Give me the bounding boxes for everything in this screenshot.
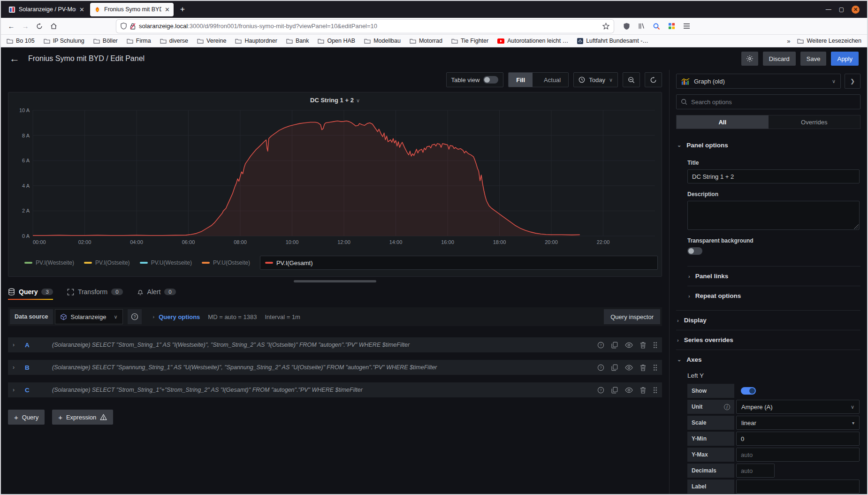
y-max-input[interactable] (736, 448, 860, 462)
bookmark-item[interactable]: Autorotationen leicht … (497, 38, 568, 44)
delete-query-trash-icon[interactable] (640, 364, 646, 371)
bookmark-item[interactable]: Modellbau (364, 38, 401, 44)
tracking-shield-icon[interactable] (121, 23, 127, 30)
query-options-toggle[interactable]: Query options (159, 313, 200, 320)
bookmark-item[interactable]: Open HAB (318, 38, 355, 44)
legend-item[interactable]: PV.I(Gesamt) (260, 256, 658, 270)
tab-query[interactable]: Query 3 (8, 288, 53, 300)
refresh-button[interactable] (645, 72, 662, 87)
section-panel-links[interactable]: › Panel links (687, 266, 860, 286)
tab-close-icon[interactable]: ✕ (165, 6, 170, 13)
close-icon[interactable]: ✕ (852, 6, 860, 14)
bookmark-item[interactable]: Firma (127, 38, 151, 44)
bookmark-item[interactable]: Tie Fighter (451, 38, 488, 44)
add-query-button[interactable]: + Query (8, 410, 45, 425)
delete-query-trash-icon[interactable] (640, 387, 646, 394)
tab-overrides[interactable]: Overrides (769, 115, 860, 129)
pane-resize-handle[interactable] (294, 280, 376, 282)
section-display[interactable]: › Display (676, 310, 860, 330)
panel-title[interactable]: DC String 1 + 2∨ (12, 94, 658, 105)
left-y-show-toggle[interactable] (741, 387, 756, 395)
bookmark-item[interactable]: Vereine (197, 38, 226, 44)
datasource-help-button[interactable]: ? (128, 309, 142, 324)
section-series-overrides[interactable]: › Series overrides (676, 330, 860, 350)
url-bar[interactable]: solaranzeige.local:3000/d/99fron001/fron… (116, 20, 614, 33)
options-search-input[interactable] (691, 99, 856, 106)
bookmarks-overflow-icon[interactable]: » (787, 38, 790, 45)
bookmark-item[interactable]: Bo 105 (7, 38, 35, 44)
query-inspector-button[interactable]: Query inspector (604, 309, 660, 324)
extension-shield-icon[interactable] (621, 21, 632, 31)
apply-button[interactable]: Apply (831, 52, 859, 66)
maximize-icon[interactable]: ▢ (839, 6, 844, 13)
discard-button[interactable]: Discard (763, 52, 796, 66)
add-expression-button[interactable]: + Expression (52, 410, 113, 425)
browser-tab-grafana[interactable]: Fronius Symo mit BYD - G ✕ (90, 3, 174, 16)
forward-button[interactable]: → (19, 20, 32, 32)
query-row-B[interactable]: ›B(Solaranzeige) SELECT "Spannung_String… (8, 360, 662, 375)
reload-icon[interactable] (33, 20, 46, 32)
panel-settings-gear-icon[interactable] (741, 52, 758, 66)
table-view-toggle[interactable]: Table view (446, 72, 504, 87)
visualization-picker[interactable]: Graph (old) ∨ (676, 74, 841, 89)
duplicate-query-icon[interactable] (611, 364, 618, 371)
save-button[interactable]: Save (800, 52, 827, 66)
new-tab-button[interactable]: + (175, 5, 190, 14)
bookmark-item[interactable]: Bank (286, 38, 309, 44)
time-range-picker[interactable]: Today ∨ (573, 72, 618, 87)
query-help-icon[interactable]: ? (597, 387, 604, 394)
zoom-out-button[interactable] (623, 72, 640, 87)
expand-query-chevron-icon[interactable]: › (13, 364, 25, 371)
query-help-icon[interactable]: ? (597, 364, 604, 371)
legend-item[interactable]: PV.I(Westseite) (24, 259, 74, 266)
minimize-icon[interactable]: — (826, 6, 831, 13)
legend-item[interactable]: PV.U(Ostseite) (202, 259, 250, 266)
back-to-dashboard-icon[interactable]: ← (9, 53, 20, 65)
timeseries-chart[interactable]: 0 A2 A4 A6 A8 A10 A00:0002:0004:0006:000… (12, 105, 662, 251)
actual-option[interactable]: Actual (536, 73, 568, 87)
legend-item[interactable]: PV.I(Ostseite) (84, 259, 130, 266)
hamburger-menu-icon[interactable] (681, 21, 692, 31)
section-panel-options[interactable]: ⌄ Panel options (676, 136, 860, 155)
more-bookmarks[interactable]: Weitere Lesezeichen (797, 38, 861, 44)
toggle-visibility-eye-icon[interactable] (625, 342, 633, 348)
query-sql-text[interactable]: (Solaranzeige) SELECT "Strom_String_1"+"… (52, 387, 592, 393)
bookmark-item[interactable]: IP Schulung (44, 38, 84, 44)
decimals-input[interactable] (736, 464, 775, 478)
toggle-visibility-eye-icon[interactable] (625, 365, 633, 371)
legend-item[interactable]: PV.U(Westseite) (140, 259, 192, 266)
options-search[interactable] (676, 94, 860, 109)
bookmark-item[interactable]: Hauptordner (235, 38, 277, 44)
table-view-switch[interactable] (483, 76, 498, 84)
search-addon-icon[interactable] (651, 21, 662, 31)
y-min-input[interactable] (736, 432, 860, 446)
library-icon[interactable] (636, 21, 647, 31)
toggle-visibility-eye-icon[interactable] (625, 387, 633, 393)
panel-description-textarea[interactable] (687, 201, 860, 230)
section-repeat-options[interactable]: › Repeat options (687, 286, 860, 305)
bookmark-item[interactable]: Luftfahrt Bundesamt -… (577, 38, 648, 44)
tab-all-options[interactable]: All (677, 115, 769, 129)
query-sql-text[interactable]: (Solaranzeige) SELECT "Spannung_String_1… (52, 364, 592, 371)
section-axes[interactable]: ⌄ Axes (676, 350, 860, 369)
account-avatar-icon[interactable] (666, 21, 677, 31)
bookmark-item[interactable]: Böller (93, 38, 118, 44)
drag-handle-icon[interactable] (653, 387, 657, 394)
query-row-C[interactable]: ›C(Solaranzeige) SELECT "Strom_String_1"… (8, 382, 662, 397)
axis-label-input[interactable] (736, 480, 860, 494)
query-refid[interactable]: A (25, 342, 52, 349)
bookmark-item[interactable]: diverse (160, 38, 188, 44)
query-sql-text[interactable]: (Solaranzeige) SELECT "Strom_String_1" A… (52, 342, 592, 348)
panel-title-input[interactable] (687, 169, 860, 183)
bookmark-item[interactable]: Motorrad (410, 38, 442, 44)
query-help-icon[interactable]: ? (597, 342, 604, 349)
home-icon[interactable] (47, 20, 60, 32)
browser-tab-solaranzeige[interactable]: Solaranzeige / PV-Monito ✕ (5, 3, 88, 16)
collapse-options-pane-button[interactable]: ❯ (845, 74, 860, 89)
tab-alert[interactable]: Alert 0 (137, 288, 176, 300)
bookmark-star-icon[interactable] (602, 23, 609, 30)
transparent-bg-toggle[interactable] (687, 247, 702, 255)
resize-grip-icon[interactable] (854, 224, 859, 229)
back-button[interactable]: ← (5, 20, 18, 32)
insecure-lock-icon[interactable] (130, 23, 136, 30)
